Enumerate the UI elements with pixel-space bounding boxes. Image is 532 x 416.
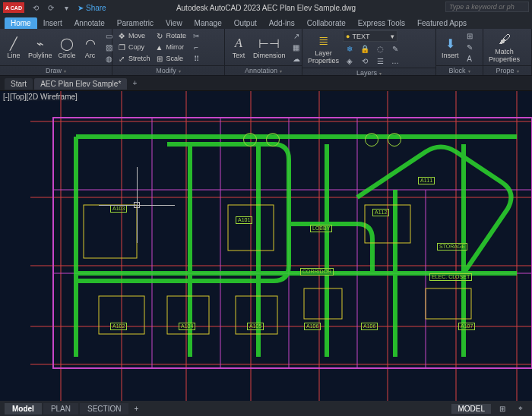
rotate-icon: ↻ — [155, 31, 164, 40]
panel-properties-title[interactable]: Prope — [483, 65, 531, 76]
panel-block-title[interactable]: Block — [436, 65, 483, 76]
layer-off-icon[interactable]: ◌ — [373, 43, 387, 54]
layout-tab-model[interactable]: Model — [5, 403, 42, 414]
pickbox — [134, 202, 140, 208]
circle-icon: ◯ — [59, 35, 75, 52]
layer-prev-icon[interactable]: ⟲ — [358, 55, 372, 66]
stretch-button[interactable]: ⤢Stretch — [116, 53, 152, 64]
panel-properties: 🖌MatchProperties Prope — [483, 29, 532, 75]
tab-home[interactable]: Home — [5, 17, 37, 29]
insert-button[interactable]: ⬇Insert — [439, 30, 461, 64]
file-tab-strip: Start AEC Plan Elev Sample* + — [0, 76, 532, 91]
arc-icon: ◠ — [82, 35, 99, 52]
file-tab-active[interactable]: AEC Plan Elev Sample* — [34, 78, 127, 90]
tab-featured-apps[interactable]: Featured Apps — [411, 17, 473, 29]
room-tag: LOBBY — [310, 225, 332, 232]
qat-dropdown-icon[interactable]: ▾ — [61, 2, 71, 13]
copy-button[interactable]: ❐Copy — [116, 42, 152, 52]
edit-block-icon[interactable]: ✎ — [463, 42, 477, 52]
new-file-tab[interactable]: + — [128, 79, 141, 87]
room-tag: A104 — [179, 323, 195, 330]
room-tag: A107 — [458, 323, 475, 330]
layout-tab-section[interactable]: SECTION — [80, 403, 128, 414]
layout-tab-plan[interactable]: PLAN — [43, 403, 78, 414]
scale-button[interactable]: ⊞Scale — [154, 53, 188, 64]
panel-modify: ✥Move ❐Copy ⤢Stretch ↻Rotate ▲Mirror ⊞Sc… — [112, 29, 225, 75]
drawing-canvas[interactable]: [-][Top][2D Wireframe] — [0, 91, 532, 401]
layer-dropdown[interactable]: ●TEXT▾ — [343, 30, 397, 42]
layer-properties-button[interactable]: ≣LayerProperties — [306, 32, 341, 65]
rotate-button[interactable]: ↻Rotate — [154, 30, 188, 41]
panel-draw-title[interactable]: Draw — [0, 65, 112, 76]
svg-rect-23 — [304, 288, 342, 319]
tab-view[interactable]: View — [160, 17, 188, 29]
panel-layers-title[interactable]: Layers — [302, 68, 435, 78]
search-input[interactable] — [445, 2, 529, 12]
title-bar: A CAD ⟲ ⟳ ▾ ➤Share Autodesk AutoCAD 2023… — [0, 0, 532, 15]
stretch-icon: ⤢ — [117, 54, 126, 63]
tab-parametric[interactable]: Parametric — [111, 17, 160, 29]
table-icon[interactable]: ▦ — [290, 42, 303, 52]
layout-tab-strip: Model PLAN SECTION + MODEL ⊞ ⌖ — [0, 401, 532, 416]
panel-annotation-title[interactable]: Annotation — [225, 65, 302, 76]
scale-icon: ⊞ — [155, 54, 164, 63]
tab-output[interactable]: Output — [228, 17, 263, 29]
layer-iso-icon[interactable]: ◈ — [343, 55, 356, 66]
room-tag: ELEC. CLOSET — [429, 273, 472, 281]
layer-more-icon[interactable]: … — [388, 55, 402, 66]
text-button[interactable]: AText — [228, 30, 249, 64]
layer-lock-icon[interactable]: 🔒 — [358, 43, 372, 54]
fillet-icon[interactable]: ⌐ — [189, 42, 203, 52]
layer-freeze-icon[interactable]: ❄ — [343, 43, 356, 54]
modelspace-toggle[interactable]: MODEL — [451, 404, 491, 414]
arc-button[interactable]: ◠Arc — [80, 30, 101, 64]
insert-icon: ⬇ — [442, 35, 458, 52]
move-button[interactable]: ✥Move — [116, 30, 152, 41]
tab-annotate[interactable]: Annotate — [68, 17, 111, 29]
panel-draw: ╱Line ⌁Polyline ◯Circle ◠Arc ▭ ▨ ◍ Draw — [0, 29, 112, 75]
new-layout-tab[interactable]: + — [130, 405, 142, 413]
array-icon[interactable]: ⠿ — [189, 53, 203, 64]
circle-button[interactable]: ◯Circle — [56, 30, 78, 64]
panel-block: ⬇Insert ⊞ ✎ A Block — [436, 29, 483, 75]
create-block-icon[interactable]: ⊞ — [463, 30, 477, 41]
tab-insert[interactable]: Insert — [37, 17, 68, 29]
room-tag: A106 — [304, 323, 321, 330]
match-icon: 🖌 — [496, 31, 513, 48]
app-logo[interactable]: A CAD — [3, 2, 24, 13]
panel-modify-title[interactable]: Modify — [112, 65, 224, 76]
column-bubble — [365, 133, 378, 147]
mirror-button[interactable]: ▲Mirror — [154, 42, 188, 52]
dimension-icon: ⊢⊣ — [261, 35, 277, 52]
line-button[interactable]: ╱Line — [3, 30, 24, 64]
layer-match-icon[interactable]: ✎ — [388, 43, 402, 54]
match-properties-button[interactable]: 🖌MatchProperties — [486, 30, 522, 64]
grid-status-icon[interactable]: ⊞ — [496, 403, 509, 414]
attr-icon[interactable]: A — [463, 53, 477, 64]
redo-icon[interactable]: ⟳ — [46, 2, 56, 13]
tab-manage[interactable]: Manage — [188, 17, 228, 29]
layer-state-icon[interactable]: ☰ — [373, 55, 387, 66]
quick-access-toolbar: ⟲ ⟳ ▾ — [30, 2, 71, 13]
column-bubble — [243, 133, 257, 147]
svg-rect-21 — [84, 205, 137, 258]
status-right: MODEL ⊞ ⌖ — [451, 403, 527, 414]
polyline-button[interactable]: ⌁Polyline — [26, 30, 55, 64]
leader-icon[interactable]: ↗ — [290, 30, 303, 41]
tab-addins[interactable]: Add-ins — [263, 17, 301, 29]
cloud-icon[interactable]: ☁ — [290, 53, 303, 64]
trim-icon[interactable]: ✂ — [189, 30, 203, 41]
tab-collaborate[interactable]: Collaborate — [301, 17, 352, 29]
snap-status-icon[interactable]: ⌖ — [514, 403, 527, 414]
ribbon: ╱Line ⌁Polyline ◯Circle ◠Arc ▭ ▨ ◍ Draw … — [0, 29, 532, 76]
column-bubble — [388, 133, 401, 147]
file-tab-start[interactable]: Start — [5, 78, 33, 90]
dimension-button[interactable]: ⊢⊣Dimension — [251, 30, 288, 64]
undo-icon[interactable]: ⟲ — [30, 2, 41, 13]
room-tag: A102 — [110, 323, 127, 330]
layers-icon: ≣ — [315, 33, 332, 49]
copy-icon: ❐ — [117, 43, 126, 52]
share-button[interactable]: ➤Share — [78, 4, 106, 12]
tab-express-tools[interactable]: Express Tools — [352, 17, 411, 29]
room-tag: A105 — [247, 323, 264, 330]
